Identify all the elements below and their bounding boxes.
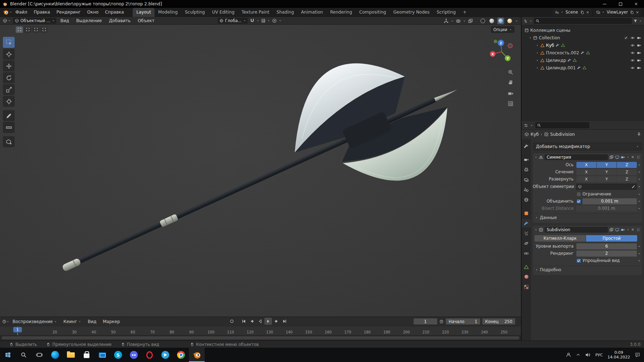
- disable-render-camera-icon[interactable]: [637, 43, 641, 48]
- properties-search-input[interactable]: [535, 122, 589, 128]
- menu-edit[interactable]: Правка: [30, 10, 53, 15]
- start-frame-field[interactable]: Начало 1: [446, 318, 480, 324]
- breadcrumb-active[interactable]: Subdivision: [550, 132, 575, 137]
- workspace-tab-uv-editing[interactable]: UV Editing: [209, 8, 238, 17]
- tool-rotate[interactable]: [3, 72, 15, 83]
- taskbar-icon-opera[interactable]: [142, 348, 157, 362]
- tool-select-box[interactable]: [3, 37, 15, 48]
- tool-add-cube[interactable]: [3, 136, 15, 147]
- render-levels-field[interactable]: 2: [576, 251, 637, 257]
- mirror-data-subpanel[interactable]: Данные: [533, 213, 642, 221]
- close-button[interactable]: [628, 0, 644, 8]
- jump-to-end-button[interactable]: [281, 318, 288, 325]
- tab-world[interactable]: [522, 195, 531, 204]
- flip-y-button[interactable]: Y: [597, 176, 617, 182]
- hide-eye-icon[interactable]: [630, 66, 635, 70]
- shading-wireframe-button[interactable]: [479, 18, 486, 24]
- disclosure-closed-icon[interactable]: [536, 51, 539, 54]
- drag-handle-icon[interactable]: [636, 228, 640, 232]
- timeline-editor-icon[interactable]: [2, 319, 6, 324]
- options-dropdown[interactable]: Опции: [491, 26, 514, 33]
- delete-modifier-icon[interactable]: [631, 228, 635, 232]
- delete-modifier-icon[interactable]: [631, 155, 635, 159]
- maximize-button[interactable]: [613, 0, 628, 8]
- bisect-distance-field[interactable]: 0.001 m: [576, 205, 637, 212]
- tool-cursor[interactable]: [3, 49, 15, 60]
- axis-x-button[interactable]: X: [576, 162, 596, 168]
- collection-row[interactable]: Collection: [522, 34, 644, 41]
- disclosure-closed-icon[interactable]: [536, 44, 539, 47]
- chevron-down-icon[interactable]: [515, 20, 518, 23]
- taskbar-icon-explorer[interactable]: [63, 348, 79, 362]
- prev-keyframe-button[interactable]: [248, 318, 255, 325]
- tab-scene[interactable]: [522, 185, 531, 194]
- gizmo-axis-neg-x[interactable]: [508, 44, 512, 48]
- add-modifier-dropdown[interactable]: Добавить модификатор: [533, 143, 642, 150]
- show-in-editmode-toggle[interactable]: [609, 228, 614, 232]
- properties-editor-icon[interactable]: [524, 123, 528, 128]
- overlays-toggle[interactable]: [456, 19, 461, 24]
- taskbar-icon-skype[interactable]: S: [110, 348, 126, 362]
- menu-object[interactable]: Объект: [135, 18, 158, 23]
- disclosure-closed-icon[interactable]: [536, 59, 539, 62]
- new-scene-icon[interactable]: [580, 10, 584, 14]
- outliner-object-row[interactable]: Цилиндр: [522, 56, 644, 64]
- playhead-frame-badge[interactable]: 1: [13, 327, 22, 332]
- hide-eye-icon[interactable]: [630, 36, 635, 40]
- delete-view-layer-icon[interactable]: [635, 10, 639, 14]
- ortho-toggle-button[interactable]: [507, 100, 514, 108]
- disable-render-camera-icon[interactable]: [637, 36, 641, 40]
- workspace-tab-modeling[interactable]: Modeling: [155, 8, 181, 17]
- gizmo-axis-neg-y[interactable]: [494, 40, 497, 43]
- bisect-z-button[interactable]: Z: [617, 169, 637, 175]
- show-render-toggle[interactable]: [621, 228, 625, 232]
- subdivision-advanced-subpanel[interactable]: Подробно: [533, 266, 642, 273]
- tool-move[interactable]: [3, 60, 15, 71]
- tab-modifiers[interactable]: [522, 219, 531, 227]
- menu-help[interactable]: Справка: [102, 10, 127, 15]
- drag-handle-icon[interactable]: [636, 155, 640, 159]
- zoom-button[interactable]: [507, 68, 514, 76]
- tab-particles[interactable]: [522, 229, 531, 237]
- merge-threshold-field[interactable]: 0.001 m: [582, 198, 637, 204]
- disclosure-open-icon[interactable]: [529, 36, 532, 39]
- view-layer-selector[interactable]: ViewLayer: [594, 9, 641, 15]
- auto-keying-button[interactable]: [228, 318, 235, 325]
- bisect-x-button[interactable]: X: [576, 169, 596, 175]
- shading-solid-button[interactable]: [488, 18, 495, 24]
- language-indicator[interactable]: РУС: [595, 353, 603, 357]
- marker-menu[interactable]: Маркер: [100, 319, 123, 324]
- outliner-search-input[interactable]: [534, 18, 632, 24]
- tool-transform[interactable]: [3, 96, 15, 107]
- snap-magnet-toggle[interactable]: [250, 18, 255, 23]
- disclosure-closed-icon[interactable]: [536, 66, 539, 69]
- exclude-checkbox[interactable]: [624, 36, 628, 40]
- tab-view-layer[interactable]: [522, 175, 531, 184]
- new-view-layer-icon[interactable]: [630, 10, 634, 14]
- hide-eye-icon[interactable]: [630, 43, 635, 48]
- collapse-icon[interactable]: [535, 156, 537, 159]
- taskbar-icon-discord[interactable]: [126, 348, 142, 362]
- delete-scene-icon[interactable]: [586, 10, 590, 14]
- gizmos-toggle[interactable]: [444, 19, 449, 24]
- shading-rendered-button[interactable]: [506, 18, 513, 24]
- animate-dot[interactable]: [637, 201, 641, 202]
- chevron-down-icon[interactable]: [639, 20, 642, 23]
- taskbar-icon-blender[interactable]: [189, 348, 205, 362]
- show-in-editmode-toggle[interactable]: [609, 155, 614, 159]
- navigation-gizmo[interactable]: Z X Y: [488, 38, 515, 65]
- animate-dot[interactable]: [637, 246, 641, 247]
- taskbar-clock[interactable]: 0:09 14.04.2022: [608, 350, 630, 359]
- menu-window[interactable]: Окно: [84, 10, 102, 15]
- xray-toggle[interactable]: [468, 19, 473, 24]
- flip-z-button[interactable]: Z: [617, 176, 637, 182]
- pan-button[interactable]: [507, 78, 514, 86]
- show-realtime-toggle[interactable]: [615, 155, 619, 159]
- camera-view-button[interactable]: [507, 90, 514, 98]
- clipping-checkbox[interactable]: [576, 192, 581, 197]
- playback-menu[interactable]: Воспроизведение: [9, 319, 60, 324]
- pin-icon[interactable]: [637, 132, 641, 137]
- show-realtime-toggle[interactable]: [615, 228, 619, 232]
- mode-dropdown[interactable]: Объектный ...: [13, 18, 57, 24]
- select-mode-new-button[interactable]: [16, 26, 23, 33]
